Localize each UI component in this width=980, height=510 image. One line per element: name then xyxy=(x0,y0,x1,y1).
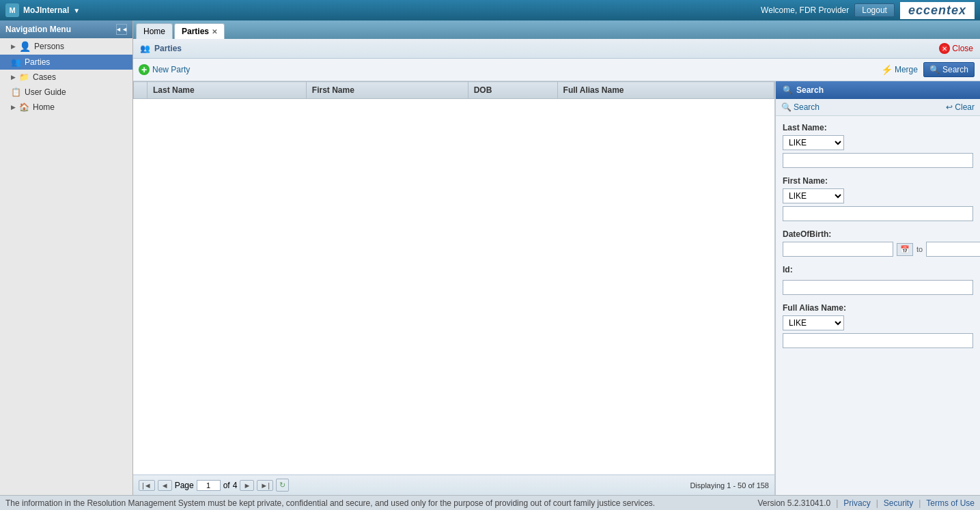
sidebar-item-user-guide-label: User Guide xyxy=(25,87,66,97)
home-icon: 🏠 xyxy=(19,102,29,112)
footer-sep2: | xyxy=(876,498,878,508)
cases-icon: 📁 xyxy=(19,72,29,82)
last-name-field-group: Last Name: LIKE EQUALS STARTS WITH ENDS … xyxy=(783,123,973,168)
first-name-operator-select[interactable]: LIKE EQUALS STARTS WITH ENDS WITH xyxy=(783,188,844,203)
clear-button[interactable]: ↩ Clear xyxy=(946,102,975,112)
tab-parties[interactable]: Parties ✕ xyxy=(174,23,225,39)
search-toggle-label: Search xyxy=(942,65,968,74)
of-label: of xyxy=(223,481,230,490)
search-small-icon: 🔍 xyxy=(781,102,792,112)
footer-sep1: | xyxy=(836,498,838,508)
sidebar-item-user-guide[interactable]: 📋 User Guide xyxy=(0,85,132,100)
page-header: 👥 Parties ✕ Close xyxy=(133,39,980,59)
merge-label: Merge xyxy=(895,65,918,74)
footer-terms-link[interactable]: Terms of Use xyxy=(926,498,975,508)
tab-parties-close-icon[interactable]: ✕ xyxy=(212,28,217,36)
tab-home[interactable]: Home xyxy=(136,23,173,39)
app-name: MoJInternal xyxy=(23,5,69,15)
eccentex-logo: eccentex xyxy=(900,2,975,19)
full-alias-name-operator-select[interactable]: LIKE EQUALS STARTS WITH ENDS WITH xyxy=(783,315,844,330)
id-field-group: Id: xyxy=(783,265,973,295)
clear-label: Clear xyxy=(955,102,975,112)
refresh-button[interactable]: ↻ xyxy=(276,479,289,492)
prev-page-button[interactable]: ◄ xyxy=(158,480,172,491)
main-split: Last Name First Name DOB Full Alias Name xyxy=(133,81,980,495)
app-dropdown-arrow[interactable]: ▼ xyxy=(73,7,80,14)
pagination-bar: |◄ ◄ Page of 4 ► ►| ↻ Displaying 1 - 50 … xyxy=(133,474,774,495)
next-page-button[interactable]: ► xyxy=(240,480,254,491)
toolbar: + New Party ⚡ Merge 🔍 Search xyxy=(133,59,980,81)
id-input[interactable] xyxy=(783,280,973,295)
first-name-input[interactable] xyxy=(783,206,973,221)
page-content: 👥 Parties ✕ Close + New Party ⚡ Merge xyxy=(133,39,980,495)
sidebar-item-persons-label: Persons xyxy=(34,42,64,51)
col-last-name: Last Name xyxy=(148,82,307,99)
sidebar-header: Navigation Menu ◄◄ xyxy=(0,20,132,38)
dob-from-input[interactable] xyxy=(783,242,893,257)
header-right: Welcome, FDR Provider Logout eccentex xyxy=(761,2,975,19)
sidebar-collapse-button[interactable]: ◄◄ xyxy=(116,24,127,35)
page-title: 👥 Parties xyxy=(140,44,182,53)
tab-home-label: Home xyxy=(143,27,165,36)
col-dob: DOB xyxy=(468,82,557,99)
sidebar-item-home[interactable]: ▶ 🏠 Home xyxy=(0,100,132,115)
first-page-button[interactable]: |◄ xyxy=(139,480,155,491)
welcome-text: Welcome, FDR Provider xyxy=(761,5,849,15)
parties-icon: 👥 xyxy=(11,57,21,67)
footer-disclaimer: The information in the Resolution Manage… xyxy=(5,498,655,508)
sidebar-item-cases[interactable]: ▶ 📁 Cases xyxy=(0,70,132,85)
total-pages: 4 xyxy=(233,481,238,490)
home-arrow-icon: ▶ xyxy=(11,104,16,111)
footer: The information in the Resolution Manage… xyxy=(0,495,980,510)
sidebar-item-parties[interactable]: 👥 Parties xyxy=(0,55,132,70)
last-name-label: Last Name: xyxy=(783,123,973,132)
search-toggle-icon: 🔍 xyxy=(929,65,940,74)
col-full-alias-name: Full Alias Name xyxy=(557,82,774,99)
search-toggle-button[interactable]: 🔍 Search xyxy=(923,62,975,77)
dob-to-label: to xyxy=(916,245,923,253)
page-number-input[interactable] xyxy=(197,480,221,491)
dob-to-input[interactable] xyxy=(926,242,980,257)
last-page-button[interactable]: ►| xyxy=(257,480,273,491)
app-icon: M xyxy=(5,3,19,17)
main-container: Navigation Menu ◄◄ ▶ 👤 Persons 👥 Parties… xyxy=(0,20,980,495)
full-alias-name-field-group: Full Alias Name: LIKE EQUALS STARTS WITH… xyxy=(783,303,973,348)
user-guide-icon: 📋 xyxy=(11,87,21,97)
parties-table: Last Name First Name DOB Full Alias Name xyxy=(133,81,774,99)
app-branding: M MoJInternal ▼ xyxy=(5,3,80,17)
close-circle-icon: ✕ xyxy=(939,43,950,54)
persons-icon: 👤 xyxy=(19,41,31,52)
sidebar: Navigation Menu ◄◄ ▶ 👤 Persons 👥 Parties… xyxy=(0,20,133,495)
full-alias-name-input[interactable] xyxy=(783,333,973,348)
search-execute-button[interactable]: 🔍 Search xyxy=(781,102,820,112)
table-area: Last Name First Name DOB Full Alias Name xyxy=(133,81,775,495)
page-title-text: Parties xyxy=(154,44,182,53)
content-area: Home Parties ✕ 👥 Parties ✕ Close xyxy=(133,20,980,495)
dob-date-range: 📅 to 📅 xyxy=(783,242,973,257)
tab-parties-label: Parties xyxy=(182,27,209,36)
full-alias-name-label: Full Alias Name: xyxy=(783,303,973,313)
close-button[interactable]: ✕ Close xyxy=(939,43,973,54)
search-fields: Last Name: LIKE EQUALS STARTS WITH ENDS … xyxy=(776,116,980,495)
id-label: Id: xyxy=(783,265,973,274)
search-panel-icon: 🔍 xyxy=(783,85,793,95)
close-label: Close xyxy=(952,44,973,53)
new-party-button[interactable]: + New Party xyxy=(139,64,190,75)
last-name-operator-select[interactable]: LIKE EQUALS STARTS WITH ENDS WITH xyxy=(783,135,844,150)
sidebar-item-persons[interactable]: ▶ 👤 Persons xyxy=(0,38,132,55)
top-header: M MoJInternal ▼ Welcome, FDR Provider Lo… xyxy=(0,0,980,20)
search-panel: 🔍 Search 🔍 Search ↩ Clear xyxy=(775,81,980,495)
logout-button[interactable]: Logout xyxy=(854,3,895,17)
search-panel-title: Search xyxy=(796,85,824,95)
footer-security-link[interactable]: Security xyxy=(884,498,913,508)
last-name-input[interactable] xyxy=(783,153,973,168)
dob-from-calendar-button[interactable]: 📅 xyxy=(897,243,913,256)
merge-button[interactable]: ⚡ Merge xyxy=(881,64,918,75)
dob-field-group: DateOfBirth: 📅 to 📅 xyxy=(783,229,973,257)
footer-privacy-link[interactable]: Privacy xyxy=(843,498,870,508)
merge-icon: ⚡ xyxy=(881,64,893,75)
search-panel-toolbar: 🔍 Search ↩ Clear xyxy=(776,99,980,116)
persons-arrow-icon: ▶ xyxy=(11,43,16,50)
search-panel-header: 🔍 Search xyxy=(776,81,980,99)
display-info: Displaying 1 - 50 of 158 xyxy=(690,481,769,490)
